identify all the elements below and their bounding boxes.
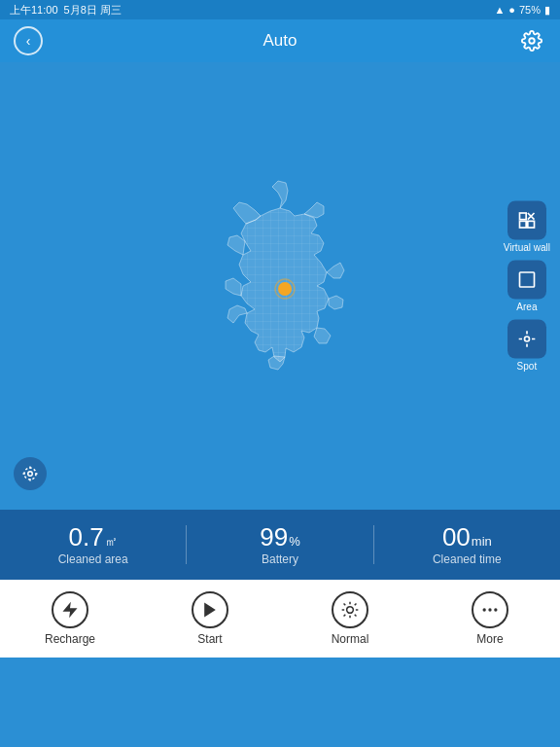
battery-value: 99 % [260,523,299,551]
start-icon [200,600,220,620]
back-button[interactable]: ‹ [14,26,43,55]
battery-number: 99 [260,523,288,551]
status-time-date: 上午11:00 5月8日 周三 [10,3,122,18]
gear-icon [521,30,542,52]
cleaned-area-unit: ㎡ [105,535,118,549]
stat-cleaned-area: 0.7 ㎡ Cleaned area [0,523,186,567]
status-bar: 上午11:00 5月8日 周三 ▲ ● 75% ▮ [0,0,560,19]
spot-tool[interactable]: Spot [508,320,546,372]
status-time: 上午11:00 [10,3,58,18]
svg-rect-16 [519,213,526,220]
back-icon: ‹ [26,33,31,49]
spot-icon-wrap [508,320,546,359]
page-title: Auto [263,31,298,51]
svg-marker-3 [272,181,288,208]
svg-marker-7 [314,328,331,343]
spot-label: Spot [517,361,538,372]
svg-line-41 [355,615,357,617]
svg-point-45 [488,608,491,611]
cleaned-area-value: 0.7 ㎡ [69,523,118,551]
svg-marker-10 [226,278,241,296]
svg-marker-5 [327,263,344,278]
wifi-icon: ▲ [494,4,505,16]
more-label: More [476,632,503,646]
cleaned-area-label: Cleaned area [58,552,128,566]
area-label: Area [516,302,537,312]
status-date: 5月8日 周三 [64,3,122,18]
svg-marker-11 [228,235,245,255]
stat-cleaned-time: 00 min Cleaned time [374,523,560,567]
svg-point-27 [28,472,33,477]
status-indicators: ▲ ● 75% ▮ [494,4,550,17]
location-icon [21,465,39,482]
svg-rect-19 [519,221,526,228]
nav-normal[interactable]: Normal [280,580,420,658]
svg-point-28 [24,468,36,480]
battery-icon: ▮ [544,4,550,17]
more-icon-wrap [472,591,508,628]
area-icon-wrap [508,261,546,300]
nav-recharge[interactable]: Recharge [0,580,140,658]
normal-icon-wrap [332,591,368,628]
svg-point-35 [347,607,354,614]
svg-rect-21 [519,272,534,287]
virtual-wall-tool[interactable]: Virtual wall [504,201,550,253]
map-svg [154,158,406,414]
recharge-label: Recharge [45,632,95,646]
svg-marker-9 [228,305,247,323]
recharge-icon-wrap [52,591,88,628]
battery-unit: % [289,535,300,549]
location-button[interactable] [14,457,47,490]
stats-bar: 0.7 ㎡ Cleaned area 99 % Battery 00 min C… [0,510,560,580]
svg-marker-6 [329,296,343,309]
settings-button[interactable] [517,26,546,55]
stat-battery: 99 % Battery [187,523,372,567]
normal-icon [340,600,360,620]
normal-label: Normal [332,632,369,646]
spot-icon [517,330,537,349]
cleaned-time-number: 00 [442,523,471,551]
svg-marker-33 [63,602,78,619]
map-area[interactable]: Virtual wall Area Spot [0,62,560,510]
bottom-nav: Recharge Start Normal [0,580,560,658]
nav-start[interactable]: Start [140,580,280,658]
svg-line-40 [344,604,346,606]
signal-icon: ● [508,4,515,16]
svg-rect-20 [528,221,535,228]
battery-percent: 75% [519,4,541,16]
svg-point-14 [278,282,292,296]
virtual-wall-icon [517,211,537,231]
nav-more[interactable]: More [420,580,560,658]
svg-marker-34 [204,603,216,618]
cleaned-area-number: 0.7 [69,523,104,551]
svg-line-42 [355,604,357,606]
cleaned-time-unit: min [472,535,492,549]
cleaned-time-value: 00 min [442,523,492,551]
svg-point-22 [524,337,529,341]
virtual-wall-icon-wrap [508,201,546,240]
svg-point-0 [529,38,535,44]
right-tools: Virtual wall Area Spot [504,201,550,372]
start-label: Start [197,632,222,646]
recharge-icon [60,600,80,620]
cleaned-time-label: Cleaned time [433,552,502,566]
area-icon [517,270,537,290]
virtual-wall-label: Virtual wall [504,242,550,253]
battery-label: Battery [262,552,298,566]
area-tool[interactable]: Area [508,261,546,312]
svg-line-43 [344,615,346,617]
svg-point-44 [483,608,486,611]
header: ‹ Auto [0,19,560,62]
svg-point-46 [494,608,497,611]
start-icon-wrap [192,591,228,628]
more-icon [480,600,500,620]
